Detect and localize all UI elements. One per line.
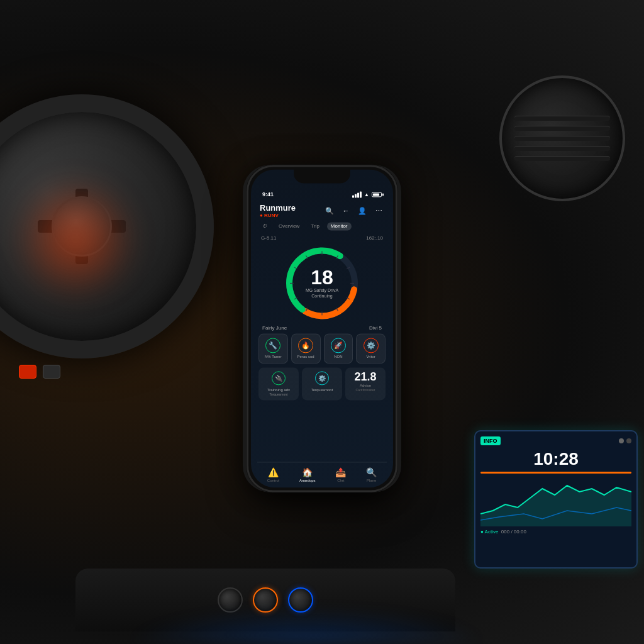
speed-sub-1: MG Safety DrivA	[306, 287, 338, 293]
signal-bars	[352, 191, 362, 197]
gauge-center-display: 18 MG Safety DrivA Continuing	[306, 267, 338, 299]
menu-icon[interactable]: ⋯	[373, 205, 384, 216]
nav-item-plane[interactable]: 🔍 Plane	[366, 467, 377, 482]
sw-button-left	[19, 365, 36, 379]
control-label: Control	[267, 479, 279, 482]
non-icon: 🚀	[331, 338, 346, 353]
chart-label: Chrt	[337, 479, 344, 482]
app-branding: Runmure ● RUNV	[260, 203, 296, 218]
control-icon: ⚠️	[268, 467, 279, 477]
sw-button-mid	[43, 365, 60, 379]
vritor-label: Vritor	[359, 355, 382, 359]
gauge-left-label: G-5.11	[261, 235, 276, 241]
plane-label: Plane	[367, 479, 376, 482]
nav-item-home[interactable]: 🏠 Anardops	[299, 467, 316, 482]
chart-icon: 📤	[335, 467, 346, 477]
nav-item-control[interactable]: ⚠️ Control	[267, 467, 279, 482]
phone-container: 9:41 ▲	[247, 165, 397, 492]
tab-trip[interactable]: Trip	[307, 222, 323, 230]
steering-buttons	[19, 365, 60, 379]
feature-card-advise[interactable]: 21.8 Advise Carriformatter	[345, 368, 386, 401]
user-icon[interactable]: 👤	[357, 205, 368, 216]
infotainment-controls	[619, 438, 631, 443]
app-tabs: ⏱ Overview Trip Monitor	[257, 222, 387, 230]
carriform-label: Carriformatter	[356, 389, 375, 392]
vritor-icon: ⚙️	[364, 338, 379, 353]
feature-card-vritor[interactable]: ⚙️ Vritor	[356, 333, 386, 364]
air-vent	[499, 75, 625, 201]
gauge-glow	[13, 176, 138, 302]
speed-gauge: 18 MG Safety DrivA Continuing	[281, 242, 363, 324]
home-icon: 🏠	[302, 467, 313, 477]
tab-monitor[interactable]: Monitor	[327, 222, 352, 230]
perac-label: Perac cod	[294, 355, 318, 359]
feature-card-torque[interactable]: ⚙️ Torquesmont	[302, 368, 342, 401]
infotainment-bar	[480, 472, 631, 474]
bottom-nav: ⚠️ Control 🏠 Anardops 📤 Chrt 🔍 Plane	[257, 462, 387, 487]
infotainment-chart	[480, 476, 631, 526]
feature-cards-row1: 🔧 N% Tuner 🔥 Perac cod 🚀 NON ⚙️ Vritor	[257, 333, 387, 364]
vent-slat-5	[514, 156, 610, 161]
training-sub: Torquesmont	[270, 393, 288, 397]
tuner-icon: 🔧	[265, 338, 280, 353]
status-bar: 9:41 ▲	[257, 189, 387, 199]
app-title: Runmure	[260, 203, 296, 213]
nav-item-chart[interactable]: 📤 Chrt	[335, 467, 346, 482]
feature-card-non[interactable]: 🚀 NON	[324, 333, 353, 364]
non-label: NON	[327, 355, 350, 359]
tab-overview[interactable]: Overview	[275, 222, 303, 230]
vent-slat-3	[514, 136, 610, 141]
speed-sub-2: Continuing	[306, 293, 338, 299]
back-icon[interactable]: ←	[340, 205, 352, 216]
wifi-icon: ▲	[364, 192, 369, 197]
feature-card-training[interactable]: 🔌 Trainning adv Torquesmont	[258, 368, 299, 401]
torque-icon: ⚙️	[315, 372, 329, 386]
app-content: 9:41 ▲	[251, 169, 393, 487]
status-icons: ▲	[352, 191, 382, 197]
infotainment-sub: ● Active 000 / 00:00	[480, 529, 631, 535]
app-header: Runmure ● RUNV 🔍 ← 👤 ⋯	[257, 203, 387, 218]
plane-icon: 🔍	[366, 467, 377, 477]
gauge-labels: G-5.11 162:.10	[257, 235, 387, 241]
phone-body: 9:41 ▲	[247, 165, 397, 492]
vent-slats	[514, 91, 610, 186]
training-icon: 🔌	[272, 372, 286, 386]
gauge-section: G-5.11 162:.10	[257, 235, 387, 331]
infotainment-badge: INFO	[480, 436, 501, 445]
big-number-value: 21.8	[354, 372, 376, 383]
signal-bar-2	[355, 194, 357, 197]
battery-icon	[372, 192, 382, 197]
gauge-right-label: 162:.10	[366, 235, 383, 241]
vent-area	[455, 50, 644, 226]
signal-bar-3	[357, 192, 359, 197]
perac-icon: 🔥	[298, 338, 313, 353]
tuner-label: N% Tuner	[262, 355, 285, 359]
phone-side-button[interactable]	[397, 242, 397, 274]
speed-value: 18	[306, 267, 338, 287]
header-icons: 🔍 ← 👤 ⋯	[324, 205, 384, 216]
signal-bar-4	[360, 191, 362, 197]
stats-left-label: Fairly June	[262, 325, 287, 331]
search-icon[interactable]: 🔍	[324, 205, 335, 216]
phone-screen: 9:41 ▲	[251, 169, 393, 487]
torque-label: Torquesmont	[311, 389, 333, 393]
ambient-light	[126, 606, 487, 644]
home-label: Anardops	[299, 479, 316, 482]
stats-labels: Fairly June Divi 5	[257, 325, 387, 331]
info-dot-1	[619, 438, 624, 443]
infotainment-header: INFO	[480, 436, 631, 445]
app-subtitle: ● RUNV	[260, 213, 296, 218]
battery-fill	[373, 193, 379, 196]
vent-slat-1	[514, 116, 610, 121]
vent-slat-4	[514, 146, 610, 151]
training-label: Trainning adv	[267, 389, 290, 393]
infotainment-screen: INFO 10:28 ● Active 000 / 00:00	[474, 430, 638, 569]
stats-right-label: Divi 5	[369, 325, 382, 331]
infotainment-time: 10:28	[480, 449, 631, 469]
feature-card-perac[interactable]: 🔥 Perac cod	[291, 333, 321, 364]
feature-cards-row2: 🔌 Trainning adv Torquesmont ⚙️ Torquesmo…	[257, 368, 387, 401]
feature-card-tuner[interactable]: 🔧 N% Tuner	[258, 333, 288, 364]
status-time: 9:41	[262, 191, 274, 197]
tab-icon[interactable]: ⏱	[258, 222, 271, 230]
signal-bar-1	[352, 195, 354, 197]
